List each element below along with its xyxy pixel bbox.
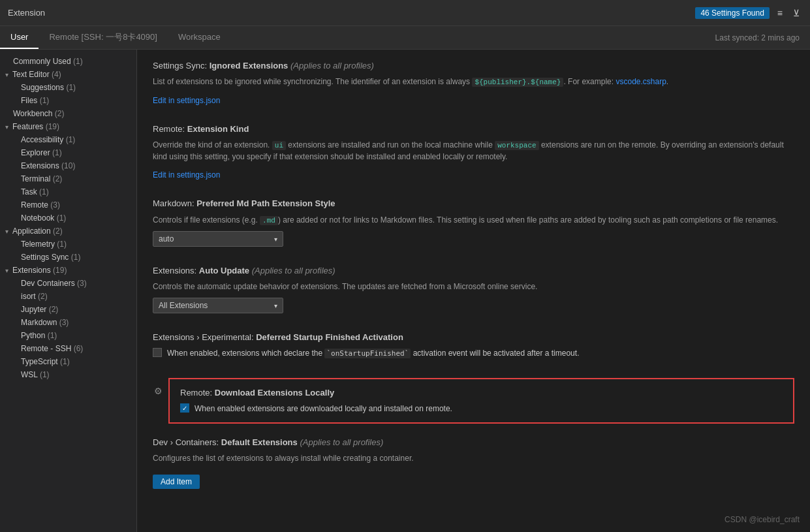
md-preferred-dropdown[interactable]: auto ▾ <box>153 231 283 247</box>
setting-desc-md-preferred: Controls if file extensions (e.g. .md) a… <box>153 214 794 227</box>
sidebar-item-application[interactable]: ▾ Application (2) <box>0 225 136 238</box>
tab-workspace[interactable]: Workspace <box>168 26 231 49</box>
sidebar-item-settings-sync[interactable]: Settings Sync (1) <box>0 251 136 264</box>
text-editor-label: Text Editor (4) <box>12 70 61 79</box>
sidebar-item-dev-containers[interactable]: Dev Containers (3) <box>0 277 136 290</box>
setting-title-dev-containers-ext: Dev › Containers: Default Extensions (Ap… <box>153 437 794 448</box>
sidebar-item-telemetry[interactable]: Telemetry (1) <box>0 238 136 251</box>
sidebar-item-remote-ssh[interactable]: Remote - SSH (6) <box>0 342 136 355</box>
sidebar-item-notebook[interactable]: Notebook (1) <box>0 211 136 225</box>
setting-remote-download-locally: Remote: Download Extensions Locally ✓ Wh… <box>168 378 794 424</box>
setting-title-deferred-startup: Extensions › Experimental: Deferred Star… <box>153 332 794 343</box>
setting-title-remote-download: Remote: Download Extensions Locally <box>180 387 783 399</box>
edit-settings-json-2[interactable]: Edit in settings.json <box>153 170 220 180</box>
sidebar-item-extensions[interactable]: Extensions (10) <box>0 159 136 172</box>
dropdown-md-preferred: auto ▾ <box>153 231 794 247</box>
dropdown-auto-update: All Extensions ▾ <box>153 298 794 313</box>
check-icon: ✓ <box>182 405 187 412</box>
setting-dev-containers-default-ext: Dev › Containers: Default Extensions (Ap… <box>153 437 794 489</box>
sidebar-item-files[interactable]: Files (1) <box>0 94 136 107</box>
setting-desc-auto-update: Controls the automatic update behavior o… <box>153 281 794 292</box>
setting-sync-ignored: Settings Sync: Ignored Extensions (Appli… <box>153 60 794 105</box>
watermark: CSDN @icebird_craft <box>724 515 800 524</box>
auto-update-dropdown-value: All Extensions <box>159 301 208 310</box>
remote-download-checkbox[interactable]: ✓ <box>180 403 189 413</box>
dropdown-arrow-auto-icon: ▾ <box>274 302 277 309</box>
chevron-down-icon-features: ▾ <box>5 123 8 131</box>
tabs-bar: User Remote [SSH: 一号8卡4090] Workspace La… <box>0 26 810 50</box>
sidebar-item-commonly-used[interactable]: Commonly Used (1) <box>0 55 136 68</box>
edit-settings-json-1[interactable]: Edit in settings.json <box>153 96 220 105</box>
header: Extension 46 Settings Found ≡ ⊻ <box>0 0 810 26</box>
chevron-down-icon: ▾ <box>5 71 8 78</box>
auto-update-dropdown[interactable]: All Extensions ▾ <box>153 298 283 313</box>
chevron-down-icon-ext: ▾ <box>5 267 8 274</box>
setting-title-sync-ignored: Settings Sync: Ignored Extensions (Appli… <box>153 60 794 72</box>
sidebar-item-isort[interactable]: isort (2) <box>0 290 136 303</box>
deferred-startup-checkbox-label: When enabled, extensions which declare t… <box>167 347 579 360</box>
highlighted-section-wrapper: ⚙ Remote: Download Extensions Locally ✓ … <box>168 378 794 424</box>
setting-deferred-startup: Extensions › Experimental: Deferred Star… <box>153 332 794 360</box>
last-synced: Last synced: 2 mins ago <box>715 33 810 42</box>
sidebar-item-typescript[interactable]: TypeScript (1) <box>0 355 136 368</box>
sidebar-item-accessibility[interactable]: Accessibility (1) <box>0 133 136 146</box>
settings-found-badge: 46 Settings Found <box>695 7 769 19</box>
filter-list-icon[interactable]: ≡ <box>775 7 785 20</box>
setting-title-remote-ext-kind: Remote: Extension Kind <box>153 123 794 135</box>
header-title: Extension <box>8 8 45 18</box>
setting-title-md-preferred: Markdown: Preferred Md Path Extension St… <box>153 198 794 210</box>
sidebar: Commonly Used (1) ▾ Text Editor (4) Sugg… <box>0 50 137 532</box>
setting-desc-sync-ignored: List of extensions to be ignored while s… <box>153 76 794 88</box>
sidebar-item-terminal[interactable]: Terminal (2) <box>0 172 136 185</box>
md-preferred-dropdown-value: auto <box>159 234 174 243</box>
sidebar-item-task[interactable]: Task (1) <box>0 185 136 198</box>
gear-icon: ⚙ <box>154 386 163 396</box>
sidebar-item-remote[interactable]: Remote (3) <box>0 198 136 211</box>
sidebar-item-markdown[interactable]: Markdown (3) <box>0 316 136 329</box>
setting-extensions-auto-update: Extensions: Auto Update (Applies to all … <box>153 265 794 313</box>
checkbox-row-remote-download: ✓ When enabled extensions are downloaded… <box>180 403 783 415</box>
deferred-startup-checkbox[interactable] <box>153 348 162 357</box>
content-inner: Settings Sync: Ignored Extensions (Appli… <box>137 50 810 523</box>
header-actions: 46 Settings Found ≡ ⊻ <box>695 7 802 20</box>
tab-user[interactable]: User <box>0 26 39 49</box>
sidebar-item-features[interactable]: ▾ Features (19) <box>0 120 136 133</box>
sidebar-item-jupyter[interactable]: Jupyter (2) <box>0 303 136 316</box>
sidebar-item-python[interactable]: Python (1) <box>0 329 136 342</box>
tabs-left: User Remote [SSH: 一号8卡4090] Workspace <box>0 26 231 49</box>
main-layout: Commonly Used (1) ▾ Text Editor (4) Sugg… <box>0 50 810 532</box>
content-area: Settings Sync: Ignored Extensions (Appli… <box>137 50 810 532</box>
checkbox-row-deferred: When enabled, extensions which declare t… <box>153 347 794 360</box>
remote-download-checkbox-label: When enabled extensions are downloaded l… <box>195 403 452 415</box>
dropdown-arrow-icon: ▾ <box>274 236 277 243</box>
add-item-button[interactable]: Add Item <box>153 475 200 489</box>
setting-remote-extension-kind: Remote: Extension Kind Override the kind… <box>153 123 794 180</box>
sidebar-item-explorer[interactable]: Explorer (1) <box>0 146 136 159</box>
setting-markdown-preferred-md: Markdown: Preferred Md Path Extension St… <box>153 198 794 247</box>
sidebar-item-suggestions[interactable]: Suggestions (1) <box>0 81 136 94</box>
sidebar-item-text-editor[interactable]: ▾ Text Editor (4) <box>0 68 136 81</box>
filter-icon[interactable]: ⊻ <box>790 7 802 20</box>
sidebar-item-workbench[interactable]: Workbench (2) <box>0 107 136 120</box>
sidebar-item-extensions-section[interactable]: ▾ Extensions (19) <box>0 264 136 277</box>
commonly-used-label: Commonly Used (1) <box>13 57 83 66</box>
setting-desc-dev-containers-ext: Configures the list of extensions to alw… <box>153 452 794 464</box>
sidebar-item-wsl[interactable]: WSL (1) <box>0 368 136 381</box>
chevron-down-icon-application: ▾ <box>5 228 8 235</box>
setting-desc-remote-ext-kind: Override the kind of an extension. ui ex… <box>153 139 794 163</box>
setting-title-auto-update: Extensions: Auto Update (Applies to all … <box>153 265 794 277</box>
tab-remote[interactable]: Remote [SSH: 一号8卡4090] <box>39 26 167 49</box>
